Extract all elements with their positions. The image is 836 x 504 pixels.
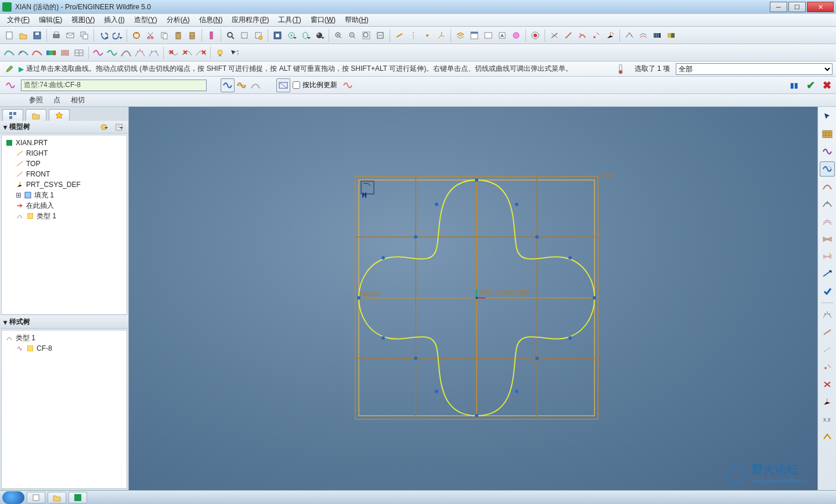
style-tree-body[interactable]: 类型 1 ∿CF-8: [1, 330, 127, 489]
datum-plane-toggle-icon[interactable]: [392, 28, 406, 42]
paste-special-icon[interactable]: ⋯: [185, 28, 199, 42]
lightbulb-icon[interactable]: [213, 46, 227, 60]
dash-curve-field[interactable]: 造型:74:曲线:CF-8: [21, 80, 207, 91]
dash-ok-button[interactable]: ✔: [805, 80, 816, 91]
style-mesh-icon[interactable]: [72, 46, 86, 60]
appearance-icon[interactable]: [509, 28, 523, 42]
menu-window[interactable]: 窗口(W): [306, 14, 340, 26]
menu-tools[interactable]: 工具(T): [273, 14, 305, 26]
repaint-icon[interactable]: [373, 28, 387, 42]
print-icon[interactable]: [49, 28, 63, 42]
menu-edit[interactable]: 编辑(E): [34, 14, 67, 26]
rail-grid-icon[interactable]: [820, 127, 835, 142]
annot-display-icon[interactable]: A: [495, 28, 509, 42]
menu-file[interactable]: 文件(F): [2, 14, 34, 26]
tree-datum-front[interactable]: FRONT: [3, 169, 125, 179]
cut-icon[interactable]: [143, 28, 157, 42]
style-curve-c-icon[interactable]: [119, 46, 133, 60]
taskbar[interactable]: [0, 490, 836, 504]
rail-connect-icon[interactable]: [820, 266, 835, 281]
datum-curve-icon[interactable]: [575, 28, 589, 42]
dash-knot-icon[interactable]: [341, 78, 355, 92]
tree-insert-here[interactable]: ➔在此插入: [3, 200, 125, 211]
rail-curve-edit-icon[interactable]: [820, 161, 835, 177]
context-help-icon[interactable]: ?: [227, 46, 241, 60]
slide-tab-points[interactable]: 点: [53, 95, 60, 105]
shade-icon[interactable]: [312, 28, 326, 42]
csys-toggle-icon[interactable]: [434, 28, 448, 42]
dash-cancel-button[interactable]: ✖: [821, 80, 833, 91]
menu-analysis[interactable]: 分析(A): [162, 14, 194, 26]
dash-opt3-icon[interactable]: [248, 78, 262, 92]
rail-offset-curve-icon[interactable]: [820, 214, 835, 229]
undo-icon[interactable]: [96, 28, 110, 42]
analysis-curvature-icon[interactable]: [622, 28, 636, 42]
style-surface-icon[interactable]: [58, 46, 72, 60]
rail-delete-icon[interactable]: [820, 377, 835, 392]
rail-surface-edit-icon[interactable]: [820, 249, 835, 264]
render-icon[interactable]: [528, 28, 542, 42]
style-curve[interactable]: ∿CF-8: [3, 343, 125, 354]
analysis-section-icon[interactable]: [636, 28, 650, 42]
select-box-icon[interactable]: [237, 28, 251, 42]
analysis-reflect-icon[interactable]: [650, 28, 664, 42]
layers-icon[interactable]: [453, 28, 467, 42]
tree-csys[interactable]: PRT_CSYS_DEF: [3, 179, 125, 190]
rail-axis-icon[interactable]: [820, 342, 835, 357]
save-icon[interactable]: [30, 28, 44, 42]
redo-icon[interactable]: [110, 28, 124, 42]
selection-filter-select[interactable]: 全部: [676, 63, 833, 75]
slide-tab-ref[interactable]: 参照: [29, 95, 43, 105]
rail-surface-icon[interactable]: [820, 231, 835, 246]
tree-fill[interactable]: ⊞填充 1: [3, 190, 125, 200]
datum-axis-icon[interactable]: [561, 28, 575, 42]
style-tool-3-icon[interactable]: [30, 46, 44, 60]
menu-insert[interactable]: 插入(I): [99, 14, 129, 26]
dash-opt1-icon[interactable]: [221, 78, 235, 92]
open-icon[interactable]: [16, 28, 30, 42]
rail-curve-create-icon[interactable]: [820, 144, 835, 159]
copy-workspace-icon[interactable]: [77, 28, 91, 42]
tree-datum-top[interactable]: TOP: [3, 159, 125, 169]
spin-center-icon[interactable]: [284, 28, 298, 42]
datum-plane-icon[interactable]: [547, 28, 561, 42]
task-item[interactable]: [27, 492, 45, 503]
new-icon[interactable]: [2, 28, 16, 42]
tree-feature[interactable]: 类型 1: [3, 211, 125, 221]
model-tree-body[interactable]: XIAN.PRT RIGHT TOP FRONT PRT_CSYS_DEF ⊞填…: [1, 135, 127, 315]
tree-datum-right[interactable]: RIGHT: [3, 148, 125, 159]
style-rainbow-icon[interactable]: [44, 46, 58, 60]
nav-tab-favorites[interactable]: [49, 109, 70, 121]
tree-root[interactable]: XIAN.PRT: [3, 138, 125, 148]
paste-icon[interactable]: [171, 28, 185, 42]
style-del-b-icon[interactable]: [180, 46, 194, 60]
style-curve-a-icon[interactable]: [91, 46, 105, 60]
dash-pause-button[interactable]: ▮▮: [788, 80, 800, 91]
nav-tab-folder[interactable]: [26, 109, 46, 121]
view-mgr-icon[interactable]: [467, 28, 481, 42]
style-curve-e-icon[interactable]: [147, 46, 161, 60]
style-root[interactable]: 类型 1: [3, 333, 125, 343]
maximize-button[interactable]: ☐: [788, 2, 806, 12]
tree-settings-icon[interactable]: [98, 122, 110, 132]
rail-dim-icon[interactable]: x.x: [820, 412, 835, 427]
select-filter-icon[interactable]: [251, 28, 265, 42]
mail-icon[interactable]: [63, 28, 77, 42]
style-del-a-icon[interactable]: [166, 46, 180, 60]
rail-cos-curve-icon[interactable]: [820, 179, 835, 194]
copy-icon[interactable]: [157, 28, 171, 42]
analysis-shade-icon[interactable]: [664, 28, 678, 42]
dash-scale-icon[interactable]: [276, 78, 290, 92]
model-display-icon[interactable]: [481, 28, 495, 42]
nav-tab-modeltree[interactable]: [2, 109, 23, 121]
rail-drop-curve-icon[interactable]: [820, 196, 835, 211]
zoom-fit-icon[interactable]: [359, 28, 373, 42]
orient-icon[interactable]: [298, 28, 312, 42]
rail-point-icon[interactable]: [820, 359, 835, 375]
close-button[interactable]: ✕: [807, 2, 834, 12]
task-item[interactable]: [48, 492, 66, 503]
rail-plane-icon[interactable]: [820, 325, 835, 340]
dash-update-checkbox[interactable]: 按比例更新: [293, 80, 337, 90]
datum-csys-icon[interactable]: [603, 28, 617, 42]
menu-style[interactable]: 造型(Y): [129, 14, 162, 26]
